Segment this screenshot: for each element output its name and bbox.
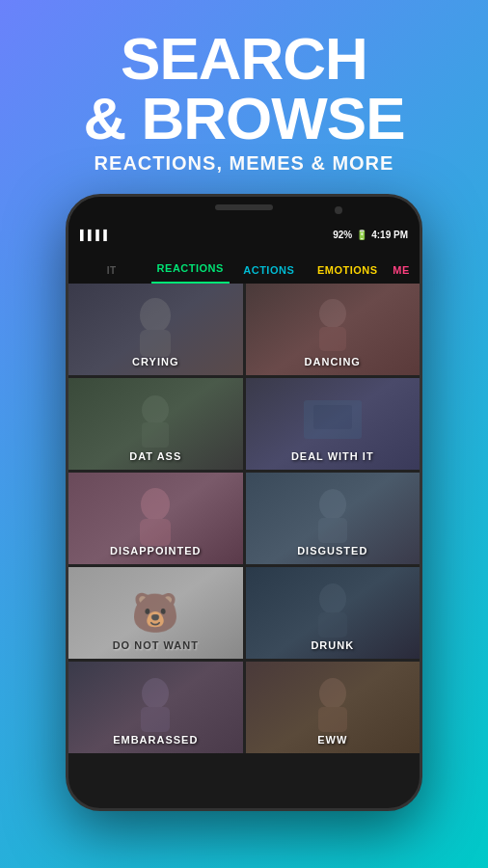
svg-point-8	[141, 488, 170, 521]
svg-point-10	[319, 489, 346, 520]
svg-rect-9	[140, 519, 171, 546]
phone-notch	[68, 197, 420, 224]
grid-item-disappointed[interactable]: DISAPPOINTED	[68, 473, 243, 564]
grid-item-eww[interactable]: EWW	[246, 662, 420, 753]
crying-label: CRYING	[68, 356, 243, 367]
embarassed-label: EMBARASSED	[68, 734, 243, 746]
battery-icon: 🔋	[356, 230, 367, 240]
hero-title: SEARCH & BROWSE	[19, 29, 469, 149]
time-display: 4:19 PM	[371, 230, 408, 240]
reactions-grid: CRYING DANCING DAT ASS	[68, 284, 420, 753]
tab-it[interactable]: IT	[72, 265, 151, 284]
bear-icon: 🐻	[131, 590, 179, 636]
grid-item-crying[interactable]: CRYING	[68, 284, 243, 375]
phone-camera	[335, 206, 342, 214]
svg-rect-5	[142, 422, 169, 448]
tab-reactions[interactable]: REACTIONS	[151, 262, 230, 284]
tab-emotions[interactable]: EMOTIONS	[309, 264, 388, 284]
grid-item-dancing[interactable]: DANCING	[246, 284, 420, 375]
svg-rect-1	[140, 330, 171, 357]
phone-mockup: ▌▌▌▌ 92% 🔋 4:19 PM IT REACTIONS ACTIONS …	[66, 194, 422, 811]
svg-point-16	[319, 678, 346, 709]
tab-actions[interactable]: ACTIONS	[230, 264, 309, 284]
svg-rect-15	[141, 707, 170, 732]
tab-me[interactable]: ME	[387, 264, 416, 284]
eww-label: EWW	[246, 734, 420, 746]
donotwant-label: DO NOT WANT	[68, 639, 243, 651]
svg-point-0	[140, 298, 171, 333]
disgusted-label: DISGUSTED	[246, 545, 420, 556]
dancing-label: DANCING	[246, 356, 420, 367]
svg-point-14	[142, 678, 169, 709]
status-bar: ▌▌▌▌ 92% 🔋 4:19 PM	[68, 224, 420, 245]
hero-section: SEARCH & BROWSE REACTIONS, MEMES & MORE	[0, 0, 488, 194]
svg-point-4	[142, 395, 169, 424]
disappointed-label: DISAPPOINTED	[68, 545, 243, 556]
battery-indicator: 92%	[333, 230, 352, 240]
drunk-label: DRUNK	[246, 639, 420, 651]
datass-label: DAT ASS	[68, 450, 243, 462]
grid-item-donotwant[interactable]: 🐻 DO NOT WANT	[68, 567, 243, 659]
status-icons: 92% 🔋 4:19 PM	[333, 230, 408, 240]
svg-point-2	[319, 299, 346, 328]
dealwithit-label: DEAL WITH IT	[246, 450, 420, 462]
svg-rect-17	[318, 707, 347, 732]
grid-item-disgusted[interactable]: DISGUSTED	[246, 473, 420, 564]
grid-item-drunk[interactable]: DRUNK	[246, 567, 420, 659]
svg-rect-3	[319, 327, 346, 351]
grid-item-embarassed[interactable]: EMBARASSED	[68, 662, 243, 753]
grid-item-dealwithit[interactable]: DEAL WITH IT	[246, 378, 420, 470]
signal-icon: ▌▌▌▌	[80, 230, 333, 240]
hero-subtitle: REACTIONS, MEMES & MORE	[19, 152, 469, 175]
svg-rect-13	[318, 612, 347, 637]
svg-rect-7	[313, 405, 352, 429]
nav-tabs: IT REACTIONS ACTIONS EMOTIONS ME	[68, 245, 420, 284]
svg-rect-11	[318, 518, 347, 543]
phone-speaker	[215, 204, 273, 210]
svg-point-12	[319, 583, 346, 614]
grid-item-datass[interactable]: DAT ASS	[68, 378, 243, 470]
